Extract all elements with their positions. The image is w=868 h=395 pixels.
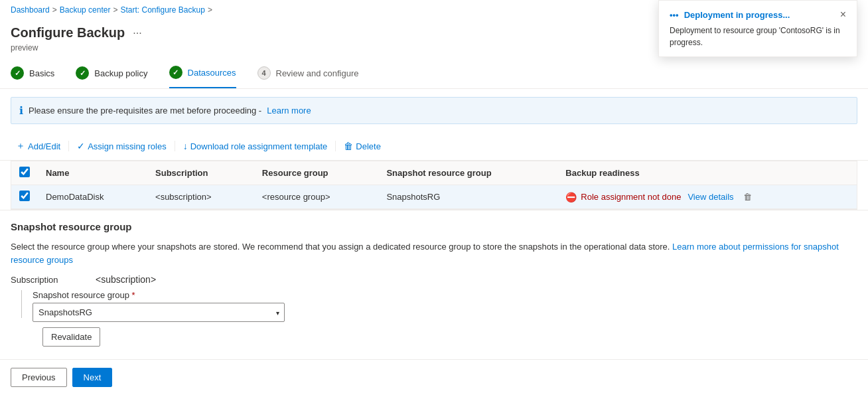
col-header-checkbox bbox=[11, 161, 38, 185]
subscription-value: <subscription> bbox=[96, 274, 156, 285]
plus-icon: ＋ bbox=[16, 140, 25, 152]
step-review[interactable]: 4 Review and configure bbox=[257, 58, 359, 88]
breadcrumb-dashboard[interactable]: Dashboard bbox=[11, 5, 50, 15]
notification-close-button[interactable]: × bbox=[840, 9, 846, 21]
step-review-label: Review and configure bbox=[276, 68, 359, 78]
step-datasources[interactable]: ✓ Datasources bbox=[169, 58, 236, 88]
col-header-snapshot-rg: Snapshot resource group bbox=[378, 161, 557, 185]
step-datasources-icon: ✓ bbox=[169, 66, 182, 79]
previous-button[interactable]: Previous bbox=[11, 368, 67, 387]
page-footer: Previous Next bbox=[0, 359, 868, 395]
row-backup-readiness-cell: ⛔ Role assignment not done View details … bbox=[557, 185, 857, 209]
breadcrumb-sep3: > bbox=[208, 5, 212, 15]
toolbar-separator-2 bbox=[175, 141, 175, 151]
col-header-name: Name bbox=[38, 161, 147, 185]
more-options-icon[interactable]: ··· bbox=[133, 27, 141, 39]
add-edit-button[interactable]: ＋ Add/Edit bbox=[11, 137, 66, 155]
notification-dots: ••• bbox=[670, 10, 679, 20]
select-all-checkbox[interactable] bbox=[19, 167, 30, 177]
learn-more-link[interactable]: Learn more bbox=[267, 106, 311, 116]
toolbar: ＋ Add/Edit ✓ Assign missing roles ↓ Down… bbox=[0, 132, 868, 161]
steps-bar: ✓ Basics ✓ Backup policy ✓ Datasources 4… bbox=[0, 58, 868, 89]
required-marker: * bbox=[132, 290, 135, 300]
toolbar-separator-1 bbox=[68, 141, 69, 151]
notification-header: ••• Deployment in progress... × bbox=[670, 9, 846, 21]
snapshot-rg-dropdown-wrapper: SnapshotsRG ResourceGroup1 ResourceGroup… bbox=[33, 303, 285, 322]
step-datasources-label: Datasources bbox=[188, 68, 236, 78]
trash-icon: 🗑 bbox=[344, 141, 353, 151]
notification-title: Deployment in progress... bbox=[684, 10, 790, 20]
delete-button[interactable]: 🗑 Delete bbox=[338, 138, 386, 154]
add-edit-label: Add/Edit bbox=[28, 141, 60, 151]
view-details-link[interactable]: View details bbox=[687, 192, 733, 202]
step-basics-label: Basics bbox=[29, 68, 54, 78]
breadcrumb-backup-center[interactable]: Backup center bbox=[60, 5, 111, 15]
notification-body: Deployment to resource group 'ContosoRG'… bbox=[670, 25, 846, 48]
snapshot-section-title: Snapshot resource group bbox=[11, 221, 857, 232]
page-title: Configure Backup bbox=[11, 25, 125, 40]
row-snapshot-rg-cell: SnapshotsRG bbox=[378, 185, 557, 209]
breadcrumb-configure-backup[interactable]: Start: Configure Backup bbox=[120, 5, 204, 15]
step-backup-policy[interactable]: ✓ Backup policy bbox=[76, 58, 147, 88]
data-table-container: Name Subscription Resource group Snapsho… bbox=[11, 161, 857, 210]
step-backup-policy-icon: ✓ bbox=[76, 66, 89, 80]
table-row: DemoDataDisk <subscription> <resource gr… bbox=[11, 185, 857, 209]
step-backup-policy-label: Backup policy bbox=[94, 68, 147, 78]
delete-label: Delete bbox=[356, 141, 381, 151]
row-name-cell: DemoDataDisk bbox=[38, 185, 147, 209]
col-header-backup-readiness: Backup readiness bbox=[557, 161, 857, 185]
info-text: Please ensure the pre-requisites are met… bbox=[29, 106, 261, 116]
row-resource-group-cell: <resource group> bbox=[254, 185, 379, 209]
data-table: Name Subscription Resource group Snapsho… bbox=[11, 161, 857, 209]
step-basics[interactable]: ✓ Basics bbox=[11, 58, 54, 88]
subscription-label: Subscription bbox=[11, 275, 64, 285]
download-template-button[interactable]: ↓ Download role assignment template bbox=[178, 138, 333, 154]
row-checkbox-cell bbox=[11, 185, 38, 209]
breadcrumb-sep1: > bbox=[52, 5, 57, 15]
role-error-text: Role assignment not done bbox=[581, 192, 681, 202]
assign-roles-label: Assign missing roles bbox=[88, 141, 167, 151]
info-banner: ℹ Please ensure the pre-requisites are m… bbox=[11, 97, 857, 124]
info-icon: ℹ bbox=[19, 104, 23, 117]
checkmark-icon: ✓ bbox=[77, 141, 85, 151]
role-error-indicator: ⛔ Role assignment not done View details … bbox=[565, 192, 849, 202]
breadcrumb-sep2: > bbox=[113, 5, 117, 15]
assign-roles-button[interactable]: ✓ Assign missing roles bbox=[72, 138, 172, 154]
row-checkbox[interactable] bbox=[19, 191, 30, 201]
col-header-subscription: Subscription bbox=[147, 161, 254, 185]
step-basics-icon: ✓ bbox=[11, 66, 24, 80]
download-template-label: Download role assignment template bbox=[190, 141, 328, 151]
step-review-icon: 4 bbox=[257, 66, 271, 80]
row-subscription-cell: <subscription> bbox=[147, 185, 254, 209]
next-button[interactable]: Next bbox=[72, 368, 113, 387]
download-icon: ↓ bbox=[183, 141, 188, 151]
error-circle-icon: ⛔ bbox=[565, 192, 577, 202]
snapshot-rg-label: Snapshot resource group * bbox=[33, 290, 285, 300]
col-header-resource-group: Resource group bbox=[254, 161, 379, 185]
revalidate-button[interactable]: Revalidate bbox=[42, 327, 100, 347]
toolbar-separator-3 bbox=[335, 141, 336, 151]
snapshot-rg-dropdown[interactable]: SnapshotsRG ResourceGroup1 ResourceGroup… bbox=[33, 303, 285, 322]
snapshot-section-desc: Select the resource group where your sna… bbox=[11, 240, 857, 266]
notification-popup: ••• Deployment in progress... × Deployme… bbox=[658, 0, 857, 57]
row-delete-icon[interactable]: 🗑 bbox=[743, 192, 752, 202]
snapshot-section: Snapshot resource group Select the resou… bbox=[0, 210, 868, 357]
